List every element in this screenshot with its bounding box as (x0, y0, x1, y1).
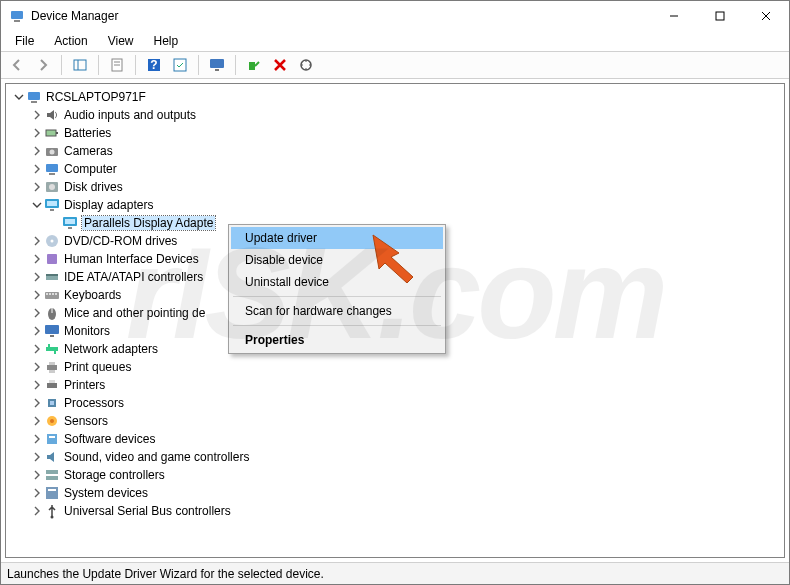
expander-icon[interactable] (30, 126, 44, 140)
tree-category-storage[interactable]: Storage controllers (12, 466, 778, 484)
i-system-icon (44, 485, 60, 501)
expander-icon[interactable] (30, 504, 44, 518)
tree-category-camera[interactable]: Cameras (12, 142, 778, 160)
tree-item-label: Universal Serial Bus controllers (64, 504, 231, 518)
tree-item-label: Cameras (64, 144, 113, 158)
expander-icon[interactable] (30, 306, 44, 320)
help-button[interactable]: ? (142, 54, 166, 76)
tree-item-label: IDE ATA/ATAPI controllers (64, 270, 203, 284)
expander-icon[interactable] (30, 252, 44, 266)
expander-icon[interactable] (30, 288, 44, 302)
menubar: File Action View Help (1, 31, 789, 51)
tree-item-label: Storage controllers (64, 468, 165, 482)
close-button[interactable] (743, 1, 789, 31)
i-dvd-icon (44, 233, 60, 249)
tree-category-speaker[interactable]: Audio inputs and outputs (12, 106, 778, 124)
svg-rect-46 (74, 60, 86, 70)
tree-item-label: Printers (64, 378, 105, 392)
maximize-button[interactable] (697, 1, 743, 31)
tree-item-label: Sound, video and game controllers (64, 450, 249, 464)
tree-category-display[interactable]: Display adapters (12, 196, 778, 214)
expander-icon[interactable] (30, 396, 44, 410)
expander-icon[interactable] (30, 108, 44, 122)
i-speaker-icon (44, 107, 60, 123)
minimize-button[interactable] (651, 1, 697, 31)
tree-category-sensor[interactable]: Sensors (12, 412, 778, 430)
svg-rect-45 (716, 12, 724, 20)
tree-item-label: Batteries (64, 126, 111, 140)
expander-icon[interactable] (30, 342, 44, 356)
ctx-properties[interactable]: Properties (231, 329, 443, 351)
ctx-disable-device[interactable]: Disable device (231, 249, 443, 271)
titlebar[interactable]: Device Manager (1, 1, 789, 31)
expander-icon[interactable] (30, 468, 44, 482)
statusbar: Launches the Update Driver Wizard for th… (1, 562, 789, 584)
action-button[interactable] (168, 54, 192, 76)
expander-icon[interactable] (30, 180, 44, 194)
tree-category-cpu[interactable]: Processors (12, 394, 778, 412)
tree-category-printer[interactable]: Printers (12, 376, 778, 394)
tree-item-label: Audio inputs and outputs (64, 108, 196, 122)
expander-icon[interactable] (30, 270, 44, 284)
ctx-scan-hardware[interactable]: Scan for hardware changes (231, 300, 443, 322)
svg-rect-53 (174, 59, 186, 71)
tree-item-label: Display adapters (64, 198, 153, 212)
i-hid-icon (44, 251, 60, 267)
menu-view[interactable]: View (100, 32, 142, 50)
tree-item-label: Sensors (64, 414, 108, 428)
tree-item-label: Print queues (64, 360, 131, 374)
properties-button[interactable] (105, 54, 129, 76)
svg-text:?: ? (150, 58, 157, 72)
tree-category-system[interactable]: System devices (12, 484, 778, 502)
ctx-update-driver[interactable]: Update driver (231, 227, 443, 249)
tree-item-label: Mice and other pointing de (64, 306, 205, 320)
uninstall-device-button[interactable] (268, 54, 292, 76)
scan-hardware-button[interactable] (294, 54, 318, 76)
expander-icon[interactable] (30, 432, 44, 446)
ctx-separator-2 (233, 325, 441, 326)
statusbar-text: Launches the Update Driver Wizard for th… (7, 567, 324, 581)
device-manager-window: Device Manager File Action View Help ? (0, 0, 790, 585)
tree-category-disk[interactable]: Disk drives (12, 178, 778, 196)
enable-device-button[interactable] (242, 54, 266, 76)
tree-item-label: Network adapters (64, 342, 158, 356)
i-disk-icon (44, 179, 60, 195)
i-display-icon (44, 197, 60, 213)
expander-icon[interactable] (30, 378, 44, 392)
tree-item-label: Processors (64, 396, 124, 410)
tree-category-soft[interactable]: Software devices (12, 430, 778, 448)
menu-file[interactable]: File (7, 32, 42, 50)
tree-category-print[interactable]: Print queues (12, 358, 778, 376)
toolbar: ? (1, 51, 789, 79)
tree-item-label: System devices (64, 486, 148, 500)
i-print-icon (44, 359, 60, 375)
expander-icon[interactable] (30, 234, 44, 248)
expander-icon[interactable] (30, 414, 44, 428)
tree-item-label: Software devices (64, 432, 155, 446)
expander-icon[interactable] (30, 324, 44, 338)
expander-icon[interactable] (30, 360, 44, 374)
update-driver-button[interactable] (205, 54, 229, 76)
show-hide-tree-button[interactable] (68, 54, 92, 76)
tree-category-computer[interactable]: Computer (12, 160, 778, 178)
i-printer-icon (44, 377, 60, 393)
forward-button[interactable] (31, 54, 55, 76)
tree-item-label: Disk drives (64, 180, 123, 194)
back-button[interactable] (5, 54, 29, 76)
tree-category-usb[interactable]: Universal Serial Bus controllers (12, 502, 778, 520)
expander-icon[interactable] (30, 144, 44, 158)
tree-item-label: Keyboards (64, 288, 121, 302)
expander-icon[interactable] (12, 90, 26, 104)
expander-icon[interactable] (30, 450, 44, 464)
i-storage-icon (44, 467, 60, 483)
ctx-uninstall-device[interactable]: Uninstall device (231, 271, 443, 293)
menu-help[interactable]: Help (146, 32, 187, 50)
tree-category-battery[interactable]: Batteries (12, 124, 778, 142)
tree-category-sound[interactable]: Sound, video and game controllers (12, 448, 778, 466)
expander-icon[interactable] (30, 198, 44, 212)
expander-icon[interactable] (30, 486, 44, 500)
expander-icon[interactable] (30, 162, 44, 176)
tree-root-node[interactable]: RCSLAPTOP971F (12, 88, 778, 106)
menu-action[interactable]: Action (46, 32, 95, 50)
i-usb-icon (44, 503, 60, 519)
